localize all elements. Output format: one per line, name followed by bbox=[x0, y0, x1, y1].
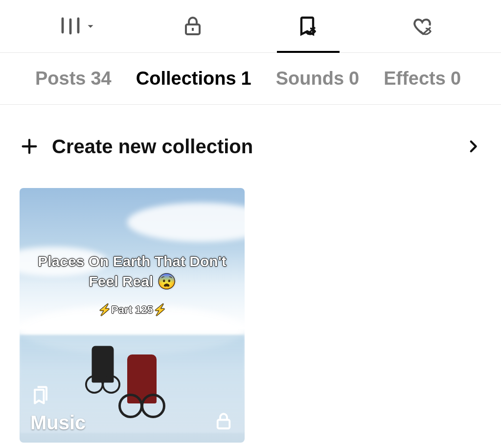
sub-tab-collections[interactable]: Collections 1 bbox=[136, 68, 251, 89]
sub-tab-posts[interactable]: Posts 34 bbox=[35, 68, 112, 89]
lock-icon bbox=[181, 15, 205, 38]
chevron-right-icon bbox=[465, 138, 481, 155]
heart-hidden-icon bbox=[412, 15, 435, 38]
tab-grid[interactable] bbox=[20, 0, 135, 52]
create-collection-label: Create new collection bbox=[52, 136, 465, 158]
sub-tab-count: 34 bbox=[91, 68, 111, 89]
thumbnail-subtitle: ⚡Part 125⚡ bbox=[20, 304, 245, 316]
collections-grid: Places On Earth That Don't Feel Real 😨 ⚡… bbox=[0, 188, 501, 443]
lock-icon bbox=[213, 411, 234, 434]
profile-content-tabs bbox=[0, 0, 501, 53]
tab-liked[interactable] bbox=[366, 0, 481, 52]
bookmark-hidden-icon bbox=[296, 15, 320, 38]
thumbnail-caption: Places On Earth That Don't Feel Real 😨 bbox=[20, 252, 245, 291]
sub-tab-count: 0 bbox=[451, 68, 461, 89]
grid-icon bbox=[59, 15, 82, 38]
sub-tab-effects[interactable]: Effects 0 bbox=[384, 68, 461, 89]
sub-tab-label: Sounds bbox=[276, 68, 344, 89]
chevron-down-icon bbox=[85, 21, 96, 32]
plus-icon bbox=[20, 137, 39, 156]
sub-tab-count: 1 bbox=[241, 68, 251, 89]
collection-overlay: Music bbox=[20, 376, 245, 443]
collection-name: Music bbox=[30, 412, 86, 434]
sub-tab-sounds[interactable]: Sounds 0 bbox=[276, 68, 359, 89]
sub-tab-label: Effects bbox=[384, 68, 446, 89]
svg-rect-9 bbox=[218, 420, 230, 429]
sub-tab-count: 0 bbox=[349, 68, 359, 89]
tab-private[interactable] bbox=[135, 0, 250, 52]
tab-saved[interactable] bbox=[250, 0, 366, 52]
sub-tab-label: Posts bbox=[35, 68, 86, 89]
saved-sub-tabs: Posts 34 Collections 1 Sounds 0 Effects … bbox=[0, 53, 501, 105]
collection-card[interactable]: Places On Earth That Don't Feel Real 😨 ⚡… bbox=[20, 188, 245, 443]
collection-stack-icon bbox=[30, 384, 86, 408]
create-collection-button[interactable]: Create new collection bbox=[0, 105, 501, 188]
sub-tab-label: Collections bbox=[136, 68, 236, 89]
